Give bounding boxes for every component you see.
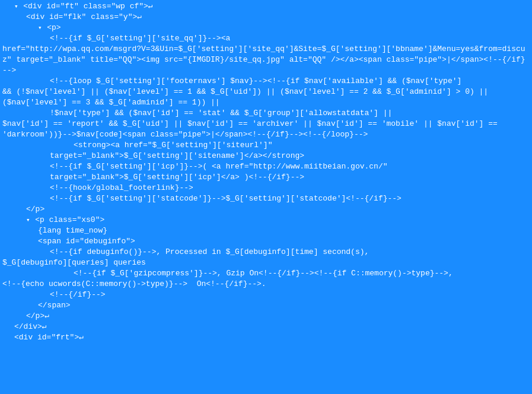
line-content: </div>↵ xyxy=(14,322,530,332)
line-content: $_G[debuginfo][queries] queries xyxy=(2,258,530,268)
line-content: </p> xyxy=(26,204,530,215)
code-line: <strong><a href="$_G['setting']['siteurl… xyxy=(0,140,532,151)
code-line: <div id="flk" class="y">↵ xyxy=(0,12,532,23)
code-line: <!--{if $_G['setting']['icp']}-->( <a hr… xyxy=(0,161,532,172)
code-line: <!--{loop $_G['setting']['footernavs'] $… xyxy=(0,76,532,87)
code-line: <!--{if debuginfo()}-->, Processed in $_… xyxy=(0,247,532,258)
code-line: ▾ <div id="ft" class="wp cf">↵ xyxy=(0,1,532,12)
line-content: 'darkroom'))}-->$nav[code]<span class="p… xyxy=(2,129,530,140)
collapse-arrow-icon[interactable]: ▾ xyxy=(38,23,46,33)
code-line: {lang time_now} xyxy=(0,225,532,236)
line-content: <p> xyxy=(47,23,530,33)
code-line: $_G[debuginfo][queries] queries xyxy=(0,258,532,268)
line-content: <div id="frt">↵ xyxy=(14,332,530,343)
code-line: ▾ <p> xyxy=(0,23,532,33)
code-line: <span id="debuginfo"> xyxy=(0,236,532,247)
line-content: </span> xyxy=(38,300,530,311)
code-line: target="_blank">$_G['setting']['sitename… xyxy=(0,151,532,161)
code-line: target="_blank">$_G['setting']['icp']</a… xyxy=(0,172,532,183)
line-content: <p class="xs0"> xyxy=(35,215,530,225)
line-content: <div id="flk" class="y">↵ xyxy=(26,12,530,23)
code-line: </div>↵ xyxy=(0,322,532,332)
code-line: </p>↵ xyxy=(0,311,532,322)
line-content: target="_blank">$_G['setting']['icp']</a… xyxy=(50,172,530,183)
code-line: <div id="frt">↵ xyxy=(0,332,532,343)
line-content: <!--{/if}--> xyxy=(50,290,530,300)
code-line: href="http://wpa.qq.com/msgrd?V=3&Uin=$_… xyxy=(0,44,532,76)
line-content: </p>↵ xyxy=(26,311,530,322)
line-content: <!--{if $_G['setting']['statcode']}-->$_… xyxy=(50,193,530,204)
code-line: ▾ <p class="xs0"> xyxy=(0,215,532,225)
code-line: $nav['id'] == 'report' && $_G['uid'] || … xyxy=(0,119,532,129)
line-content: target="_blank">$_G['setting']['sitename… xyxy=(50,151,530,161)
code-line: ($nav['level'] == 3 && $_G['adminid'] ==… xyxy=(0,97,532,108)
code-line: <!--{hook/global_footerlink}--> xyxy=(0,183,532,193)
line-content: <!--{if $_G['setting']['site_qq']}--><a xyxy=(50,33,530,44)
line-content: <!--{echo ucwords(C::memory()->type)}-->… xyxy=(2,279,530,290)
line-content: <span id="debuginfo"> xyxy=(38,236,530,247)
code-line: <!--{/if}--> xyxy=(0,290,532,300)
line-content: <!--{if $_G['gzipcompress']}-->, Gzip On… xyxy=(74,268,530,279)
code-line: 'darkroom'))}-->$nav[code]<span class="p… xyxy=(0,129,532,140)
line-content: && (!$nav['level'] || ($nav['level'] == … xyxy=(2,87,530,97)
line-content: <!--{if $_G['setting']['icp']}-->( <a hr… xyxy=(50,161,530,172)
code-line: <!--{if $_G['gzipcompress']}-->, Gzip On… xyxy=(0,268,532,279)
code-line: <!--{if $_G['setting']['statcode']}-->$_… xyxy=(0,193,532,204)
line-content: $nav['id'] == 'report' && $_G['uid'] || … xyxy=(2,119,530,129)
code-line: <!--{if $_G['setting']['site_qq']}--><a xyxy=(0,33,532,44)
code-editor: ▾ <div id="ft" class="wp cf">↵<div id="f… xyxy=(0,0,532,394)
line-content: ($nav['level'] == 3 && $_G['adminid'] ==… xyxy=(2,97,530,108)
code-line: </span> xyxy=(0,300,532,311)
code-line: <!--{echo ucwords(C::memory()->type)}-->… xyxy=(0,279,532,290)
line-content: <div id="ft" class="wp cf">↵ xyxy=(23,1,530,12)
line-content: <strong><a href="$_G['setting']['siteurl… xyxy=(74,140,530,151)
line-content: {lang time_now} xyxy=(38,225,530,236)
line-content: <!--{hook/global_footerlink}--> xyxy=(50,183,530,193)
line-content: !$nav['type'] && ($nav['id'] == 'stat' &… xyxy=(50,108,530,119)
line-content: <!--{loop $_G['setting']['footernavs'] $… xyxy=(50,76,530,87)
line-content: href="http://wpa.qq.com/msgrd?V=3&Uin=$_… xyxy=(2,44,530,76)
collapse-arrow-icon[interactable]: ▾ xyxy=(26,215,34,225)
code-line: !$nav['type'] && ($nav['id'] == 'stat' &… xyxy=(0,108,532,119)
code-line: && (!$nav['level'] || ($nav['level'] == … xyxy=(0,87,532,97)
line-content: <!--{if debuginfo()}-->, Processed in $_… xyxy=(50,247,530,258)
code-line: </p> xyxy=(0,204,532,215)
collapse-arrow-icon[interactable]: ▾ xyxy=(14,1,22,12)
